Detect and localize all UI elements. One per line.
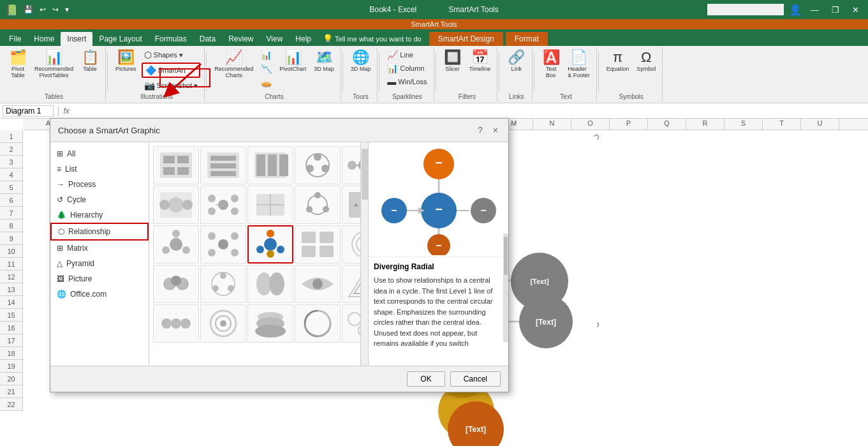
svg-text:A: A xyxy=(354,202,358,208)
matrix-label: Matrix xyxy=(67,244,88,253)
svg-point-37 xyxy=(168,197,184,212)
thumb-22[interactable] xyxy=(200,304,246,343)
process-icon: → xyxy=(57,180,64,189)
thumb-9[interactable] xyxy=(295,186,341,224)
office-label: Office.com xyxy=(70,290,107,299)
thumb-25[interactable] xyxy=(342,304,360,343)
svg-point-51 xyxy=(323,206,329,212)
svg-point-32 xyxy=(348,161,357,170)
thumb-12[interactable] xyxy=(200,225,246,264)
svg-point-40 xyxy=(218,200,228,210)
svg-rect-16 xyxy=(177,156,189,163)
dialog-close-btn[interactable]: × xyxy=(490,124,501,137)
svg-point-50 xyxy=(314,192,321,198)
svg-rect-15 xyxy=(163,156,175,163)
thumb-13-selected[interactable] xyxy=(247,225,293,264)
category-relationship[interactable]: ⬡ Relationship xyxy=(50,223,149,241)
svg-text:−: − xyxy=(436,240,441,251)
category-matrix[interactable]: ⊞ Matrix xyxy=(50,241,149,256)
thumb-17[interactable] xyxy=(200,265,246,303)
list-icon: ≡ xyxy=(57,165,61,174)
svg-point-39 xyxy=(182,200,193,210)
svg-text:−: − xyxy=(480,205,486,216)
category-cycle[interactable]: ↺ Cycle xyxy=(50,192,149,207)
category-all[interactable]: ⊞ All xyxy=(50,146,149,161)
diagram-large-preview: − − − xyxy=(369,142,508,257)
list-label: List xyxy=(65,165,77,174)
svg-point-29 xyxy=(306,165,314,172)
svg-point-70 xyxy=(256,246,264,253)
ok-button[interactable]: OK xyxy=(407,371,445,387)
thumb-16[interactable] xyxy=(153,265,199,303)
thumb-4[interactable] xyxy=(295,146,341,184)
category-hierarchy[interactable]: 🌲 Hierarchy xyxy=(50,207,149,223)
matrix-icon: ⊞ xyxy=(57,244,63,253)
svg-point-98 xyxy=(255,325,286,338)
thumb-21[interactable] xyxy=(153,304,199,343)
thumb-14[interactable] xyxy=(295,225,341,264)
svg-rect-20 xyxy=(210,156,236,161)
thumb-3[interactable] xyxy=(247,146,293,184)
svg-text:−: − xyxy=(435,202,443,216)
svg-point-85 xyxy=(228,285,234,292)
thumb-2[interactable] xyxy=(200,146,246,184)
dialog-center-scrollbar[interactable] xyxy=(360,142,368,366)
info-scrollbar[interactable] xyxy=(503,257,508,342)
svg-rect-75 xyxy=(302,246,316,257)
svg-point-71 xyxy=(267,250,274,258)
dialog-categories: ⊞ All ≡ List → Process ↺ Cycle 🌲 Hier xyxy=(50,142,149,366)
hierarchy-icon: 🌲 xyxy=(57,211,66,219)
category-list[interactable]: ≡ List xyxy=(50,161,149,177)
all-label: All xyxy=(67,149,75,158)
process-label: Process xyxy=(68,180,96,189)
scroll-thumb[interactable] xyxy=(362,149,368,200)
dialog-footer: OK Cancel xyxy=(50,366,508,392)
cycle-label: Cycle xyxy=(67,195,86,204)
smartart-dialog: Choose a SmartArt Graphic ? × ⊞ All ≡ Li… xyxy=(50,118,509,392)
dialog-right-panel: − − − xyxy=(368,142,508,366)
svg-point-89 xyxy=(313,279,323,289)
thumb-18[interactable] xyxy=(247,265,293,303)
category-office[interactable]: 🌐 Office.com xyxy=(50,286,149,302)
svg-point-62 xyxy=(218,239,228,249)
svg-point-95 xyxy=(220,320,226,327)
thumb-20[interactable] xyxy=(342,265,360,303)
svg-point-91 xyxy=(171,318,181,329)
hierarchy-label: Hierarchy xyxy=(70,211,103,219)
category-process[interactable]: → Process xyxy=(50,177,149,192)
svg-point-42 xyxy=(231,195,239,202)
dialog-help-btn[interactable]: ? xyxy=(475,124,485,137)
dialog-title-buttons: ? × xyxy=(475,124,501,137)
svg-point-52 xyxy=(306,206,313,212)
thumb-6[interactable] xyxy=(153,186,199,224)
category-pyramid[interactable]: △ Pyramid xyxy=(50,256,149,271)
svg-rect-76 xyxy=(320,246,334,257)
diagram-info: Diverging Radial Use to show relationshi… xyxy=(369,257,508,366)
category-picture[interactable]: 🖼 Picture xyxy=(50,271,149,286)
svg-point-82 xyxy=(171,276,181,286)
svg-point-88 xyxy=(269,272,284,295)
cancel-button[interactable]: Cancel xyxy=(450,371,501,387)
svg-point-38 xyxy=(159,200,170,210)
info-scroll-thumb[interactable] xyxy=(504,257,508,275)
svg-rect-17 xyxy=(163,167,175,175)
thumb-10[interactable]: AB xyxy=(342,186,360,224)
thumb-11[interactable] xyxy=(153,225,199,264)
thumb-15[interactable] xyxy=(342,225,360,264)
thumb-7[interactable] xyxy=(200,186,246,224)
thumb-19[interactable] xyxy=(295,265,341,303)
thumb-1[interactable] xyxy=(153,146,199,184)
cycle-icon: ↺ xyxy=(57,195,63,204)
thumb-8[interactable] xyxy=(247,186,293,224)
thumb-24[interactable] xyxy=(295,304,341,343)
svg-rect-25 xyxy=(268,154,277,176)
thumb-5[interactable] xyxy=(342,146,360,184)
diagram-info-text: Use to show relationships to a central i… xyxy=(374,275,503,349)
dialog-body: ⊞ All ≡ List → Process ↺ Cycle 🌲 Hier xyxy=(50,142,508,366)
thumb-23[interactable] xyxy=(247,304,293,343)
svg-point-63 xyxy=(208,232,216,240)
svg-point-84 xyxy=(220,272,226,279)
pyramid-label: Pyramid xyxy=(66,259,94,268)
svg-point-66 xyxy=(208,249,216,256)
svg-point-57 xyxy=(170,238,182,251)
